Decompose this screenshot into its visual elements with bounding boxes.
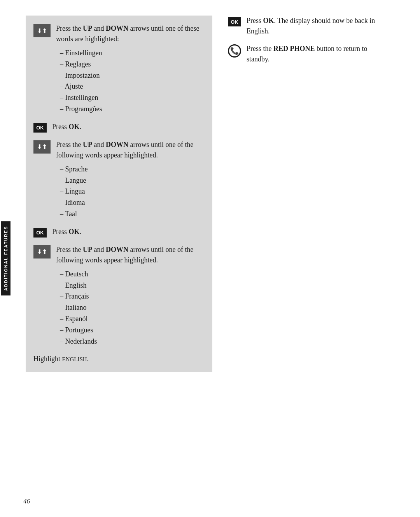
ok-icon-1: OK [33, 123, 47, 133]
page-container: Additional Features ⬇⬆ Press the UP and … [0, 0, 420, 517]
list-item: Nederlands [60, 336, 205, 347]
arrows-icon-1: ⬇⬆ [33, 24, 51, 37]
arrows-icon-3: ⬇⬆ [33, 245, 51, 258]
ok-icon-right-1: OK [228, 17, 241, 26]
list-item: Ajuste [60, 81, 205, 92]
right-column: OK Press OK. The display should now be b… [228, 16, 391, 494]
main-content: ⬇⬆ Press the UP and DOWN arrows until on… [14, 0, 420, 517]
word-list-1: Einstellingen Reglages Impostazion Ajust… [60, 47, 205, 115]
instruction-block-3: ⬇⬆ Press the UP and DOWN arrows until on… [33, 140, 205, 220]
list-item: Italiano [60, 302, 205, 313]
word-list-2: Sprache Langue Lingua Idioma Taal [60, 164, 205, 220]
word-list-3: Deutsch English Français Italiano Espanó… [60, 269, 205, 347]
instruction-block-4: OK Press OK. [33, 227, 205, 238]
highlight-word: ENGLISH [62, 356, 87, 362]
red-phone-icon: 📞 [228, 44, 241, 58]
arrows-icon-2: ⬇⬆ [33, 140, 51, 154]
instr-text-4: Press OK. [52, 227, 81, 237]
right-instruction-block-1: OK Press OK. The display should now be b… [228, 16, 391, 37]
instruction-block-1: ⬇⬆ Press the UP and DOWN arrows until on… [33, 23, 205, 115]
page-number: 46 [23, 498, 30, 505]
sidebar-label: Additional Features [1, 221, 10, 295]
instr-text-2: Press OK. [52, 122, 81, 132]
instruction-block-5: ⬇⬆ Press the UP and DOWN arrows until on… [33, 245, 205, 347]
list-item: English [60, 280, 205, 291]
list-item: Idioma [60, 197, 205, 208]
list-item: Sprache [60, 164, 205, 175]
list-item: Instellingen [60, 92, 205, 103]
list-item: Einstellingen [60, 47, 205, 59]
list-item: Programgôes [60, 103, 205, 115]
sidebar-tab: Additional Features [0, 0, 12, 517]
right-instruction-block-2: 📞 Press the RED PHONE button to return t… [228, 44, 391, 65]
instruction-block-2: OK Press OK. [33, 122, 205, 133]
instr-text-5: Press the UP and DOWN arrows until one o… [56, 245, 205, 347]
ok-icon-2: OK [33, 228, 47, 238]
list-item: Langue [60, 175, 205, 186]
list-item: Portugues [60, 325, 205, 336]
instr-text-1: Press the UP and DOWN arrows until one o… [56, 23, 205, 115]
left-column: ⬇⬆ Press the UP and DOWN arrows until on… [26, 16, 212, 494]
gray-section-1: ⬇⬆ Press the UP and DOWN arrows until on… [26, 16, 212, 372]
list-item: Français [60, 291, 205, 302]
highlight-note: Highlight ENGLISH. [33, 354, 205, 364]
list-item: Taal [60, 208, 205, 220]
list-item: Reglages [60, 59, 205, 70]
instr-text-3: Press the UP and DOWN arrows until one o… [56, 140, 205, 220]
list-item: Deutsch [60, 269, 205, 280]
list-item: Espanól [60, 313, 205, 325]
right-instr-text-1: Press OK. The display should now be back… [247, 16, 391, 37]
right-instr-text-2: Press the RED PHONE button to return to … [247, 44, 391, 65]
list-item: Impostazion [60, 70, 205, 81]
list-item: Lingua [60, 186, 205, 197]
